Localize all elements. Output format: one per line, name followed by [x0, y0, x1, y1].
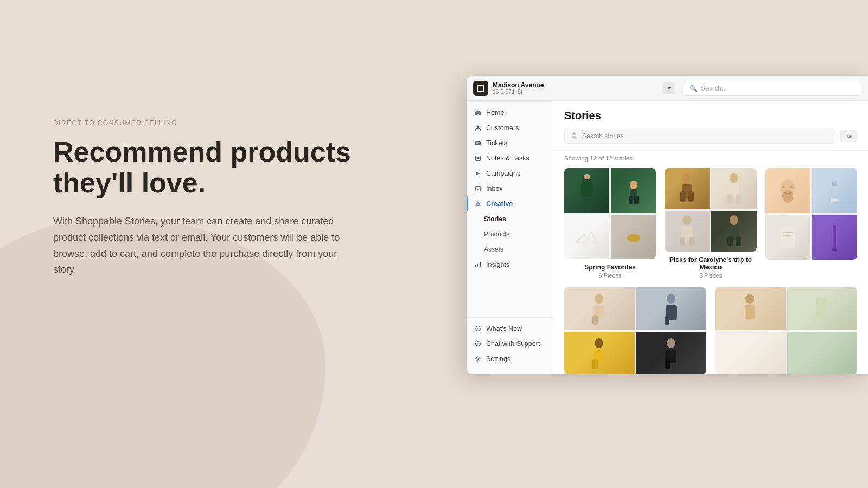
story-images-carolyne: [665, 168, 756, 252]
sidebar-item-customers[interactable]: Customers: [467, 120, 553, 136]
sidebar-item-inbox[interactable]: Inbox: [467, 181, 553, 196]
stories-row-2: [553, 287, 868, 374]
svg-rect-47: [736, 236, 741, 246]
svg-point-24: [584, 174, 590, 179]
story-images-extra: [715, 287, 857, 374]
story-name-spring: Spring Favorites: [564, 264, 656, 271]
home-icon: [474, 109, 482, 117]
global-search[interactable]: 🔍 Search...: [684, 81, 861, 96]
customers-icon: [474, 124, 482, 132]
sidebar-label-inbox: Inbox: [486, 185, 503, 192]
svg-point-26: [630, 181, 637, 189]
sidebar-label-creative: Creative: [486, 200, 513, 208]
svg-rect-34: [680, 191, 686, 202]
svg-rect-23: [591, 184, 593, 195]
sidebar-item-notes[interactable]: Notes & Tasks: [467, 151, 553, 166]
sidebar-item-insights[interactable]: Insights: [467, 257, 553, 272]
workspace-dropdown[interactable]: ▾: [663, 82, 675, 94]
story-img-4b: [636, 287, 707, 330]
inbox-icon: [474, 185, 482, 192]
sidebar-bottom: What's New Chat with Support Settings: [467, 317, 553, 370]
svg-point-49: [782, 190, 793, 203]
story-img-5a: [715, 287, 786, 330]
story-img-3c: [765, 215, 810, 260]
svg-rect-65: [665, 316, 669, 325]
svg-rect-71: [665, 359, 670, 369]
svg-point-60: [595, 294, 603, 304]
svg-point-72: [745, 294, 754, 304]
story-card-spring-favorites[interactable]: Spring Favorites 6 Pieces: [564, 168, 656, 279]
story-card-style[interactable]: [564, 287, 706, 374]
story-card-beauty[interactable]: [765, 168, 857, 279]
story-img-4a: [564, 287, 635, 330]
story-images-beauty: [765, 168, 857, 260]
svg-point-66: [595, 338, 603, 348]
svg-rect-10: [475, 265, 476, 267]
sidebar-label-tickets: Tickets: [486, 139, 507, 147]
svg-rect-29: [583, 239, 591, 249]
svg-rect-22: [581, 184, 583, 195]
sidebar-label-chat: Chat with Support: [486, 340, 540, 348]
story-img-5b: [787, 287, 858, 330]
story-pieces-spring: 6 Pieces: [564, 272, 656, 279]
svg-point-36: [730, 173, 738, 183]
svg-point-40: [682, 215, 691, 225]
content-area: Stories Search stories Ta Showing 12 of …: [553, 101, 868, 374]
story-img-3a: [765, 168, 810, 213]
svg-rect-58: [833, 225, 836, 250]
headline: Recommend products they'll love.: [53, 137, 368, 198]
story-img-3b: [812, 168, 857, 213]
svg-rect-54: [831, 198, 838, 202]
tickets-icon: [474, 139, 482, 147]
sidebar-label-insights: Insights: [486, 261, 509, 268]
sidebar: Home Customers Tickets Notes & Tasks: [467, 101, 553, 374]
story-pieces-carolyne: 5 Pieces: [665, 272, 756, 279]
svg-point-44: [730, 215, 738, 225]
brand-info: Madison Avenue 15 E 57th St: [493, 81, 659, 95]
story-card-extra[interactable]: [715, 287, 857, 374]
story-img-1b: [611, 168, 656, 213]
story-card-carolyne[interactable]: Picks for Carolyne's trip to Mexico 5 Pi…: [665, 168, 756, 279]
sidebar-item-tickets[interactable]: Tickets: [467, 136, 553, 151]
svg-rect-39: [736, 194, 741, 204]
sidebar-item-creative[interactable]: Creative: [467, 196, 553, 211]
page-title: Stories: [564, 110, 857, 122]
svg-marker-7: [476, 172, 480, 175]
whats-new-icon: [474, 325, 482, 332]
svg-point-50: [783, 186, 785, 188]
sidebar-item-assets[interactable]: Assets: [467, 242, 553, 257]
chevron-down-icon: ▾: [668, 85, 671, 91]
svg-point-59: [832, 248, 837, 251]
search-stories-placeholder: Search stories: [582, 132, 624, 140]
brand-icon: [473, 81, 488, 96]
story-img-2d: [711, 211, 756, 252]
sidebar-label-customers: Customers: [486, 124, 519, 132]
story-img-1c: [564, 215, 609, 260]
sidebar-item-whats-new[interactable]: What's New: [467, 321, 553, 336]
stories-row-1: Spring Favorites 6 Pieces: [553, 164, 868, 287]
svg-rect-27: [629, 196, 633, 204]
svg-point-63: [667, 294, 675, 304]
svg-point-20: [572, 134, 576, 138]
section-label: DIRECT TO CONSUMER SELLING: [53, 119, 368, 127]
app-window: Madison Avenue 15 E 57th St ▾ 🔍 Search..…: [467, 76, 868, 374]
sidebar-item-home[interactable]: Home: [467, 105, 553, 120]
story-images-spring: [564, 168, 656, 259]
showing-count: Showing 12 of 12 stories: [553, 151, 868, 164]
sidebar-label-stories: Stories: [484, 215, 506, 223]
svg-rect-57: [783, 235, 791, 236]
story-img-3d: [812, 215, 857, 260]
stories-search[interactable]: Search stories: [564, 129, 835, 144]
sidebar-label-settings: Settings: [486, 355, 510, 363]
sidebar-item-settings[interactable]: Settings: [467, 351, 553, 367]
svg-point-51: [790, 186, 793, 188]
content-header: Stories Search stories Ta: [553, 101, 868, 151]
svg-point-32: [682, 173, 691, 183]
svg-rect-28: [634, 196, 639, 204]
sidebar-item-stories[interactable]: Stories: [467, 211, 553, 227]
sidebar-item-campaigns[interactable]: Campaigns: [467, 166, 553, 181]
sidebar-item-chat-support[interactable]: Chat with Support: [467, 336, 553, 351]
tab-button[interactable]: Ta: [840, 130, 857, 142]
svg-rect-55: [781, 227, 795, 248]
sidebar-item-products[interactable]: Products: [467, 227, 553, 242]
